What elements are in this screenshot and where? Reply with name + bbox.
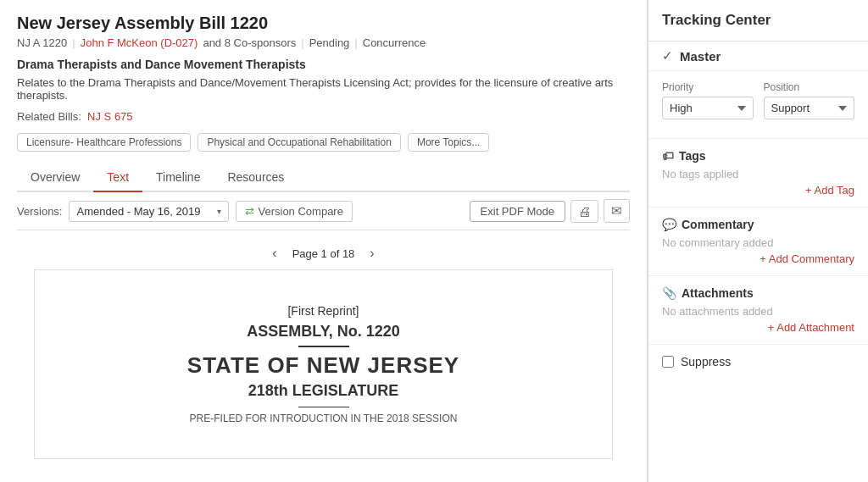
bill-id: NJ A 1220 — [17, 36, 67, 49]
position-select[interactable]: Support Oppose Watch Neutral — [764, 97, 855, 119]
next-page-button[interactable]: › — [364, 244, 379, 263]
related-bills: Related Bills: NJ S 675 — [17, 110, 630, 123]
tab-overview[interactable]: Overview — [17, 163, 93, 192]
doc-reprint: [First Reprint] — [86, 304, 561, 318]
suppress-checkbox[interactable] — [662, 356, 674, 368]
priority-field: Priority High Low Medium Critical — [662, 81, 754, 119]
add-tag-link[interactable]: + Add Tag — [662, 184, 854, 197]
priority-select[interactable]: High Low Medium Critical — [662, 97, 754, 119]
no-tags: No tags applied — [662, 168, 854, 180]
print-icon: 🖨 — [578, 204, 591, 219]
position-field: Position Support Oppose Watch Neutral — [764, 81, 855, 119]
tab-timeline[interactable]: Timeline — [142, 163, 214, 192]
toolbar: Versions: Amended - May 16, 2019 ▾ ⇄ Ver… — [17, 192, 630, 230]
co-sponsors: and 8 Co-sponsors — [203, 36, 296, 49]
bill-title: New Jersey Assembly Bill 1220 — [17, 14, 630, 33]
commentary-label: Commentary — [682, 218, 754, 231]
versions-label: Versions: — [17, 205, 62, 218]
toolbar-left: Versions: Amended - May 16, 2019 ▾ ⇄ Ver… — [17, 201, 353, 222]
no-attachments: No attachments added — [662, 305, 854, 318]
add-attachment-link[interactable]: + Add Attachment — [662, 321, 854, 334]
priority-label: Priority — [662, 81, 754, 93]
pagination: ‹ Page 1 of 18 › — [17, 237, 630, 269]
tags-heading: 🏷 Tags — [662, 149, 854, 163]
bill-concurrence: Concurrence — [363, 36, 426, 49]
master-check-icon: ✓ — [662, 48, 673, 64]
tag-badge-1[interactable]: Physical and Occupational Rehabilitation — [198, 133, 400, 152]
print-button[interactable]: 🖨 — [570, 200, 598, 223]
tag-badge-0[interactable]: Licensure- Healthcare Professions — [17, 133, 191, 152]
related-bill-link[interactable]: NJ S 675 — [87, 110, 132, 123]
suppress-row: Suppress — [648, 345, 868, 379]
related-bills-label: Related Bills: — [17, 110, 81, 123]
master-item[interactable]: ✓ Master — [648, 42, 868, 71]
bill-meta: NJ A 1220 | John F McKeon (D-027) and 8 … — [17, 36, 630, 49]
tabs: Overview Text Timeline Resources — [17, 163, 630, 192]
attachments-icon: 📎 — [662, 286, 676, 300]
version-select-wrapper[interactable]: Amended - May 16, 2019 ▾ — [69, 201, 229, 222]
suppress-label: Suppress — [681, 355, 731, 368]
toolbar-right: Exit PDF Mode 🖨 ✉ — [470, 199, 630, 223]
tags-section: 🏷 Tags No tags applied + Add Tag — [648, 139, 868, 208]
doc-assembly-no: ASSEMBLY, No. 1220 — [86, 323, 561, 341]
add-commentary-link[interactable]: + Add Commentary — [662, 252, 854, 265]
position-label: Position — [764, 81, 855, 93]
master-label: Master — [680, 49, 721, 64]
version-select[interactable]: Amended - May 16, 2019 — [76, 205, 214, 218]
commentary-heading: 💬 Commentary — [662, 218, 854, 231]
commentary-section: 💬 Commentary No commentary added + Add C… — [648, 208, 868, 276]
separator1: | — [72, 36, 75, 49]
separator2: | — [301, 36, 303, 49]
bill-status: Pending — [309, 36, 350, 49]
exit-pdf-button[interactable]: Exit PDF Mode — [470, 201, 565, 222]
sidebar-title: Tracking Center — [648, 0, 868, 42]
sponsor-link[interactable]: John F McKeon (D-027) — [81, 36, 198, 49]
chevron-down-icon: ▾ — [217, 207, 221, 216]
bill-subtitle: Drama Therapists and Dance Movement Ther… — [17, 58, 630, 71]
bill-tags-row: Licensure- Healthcare Professions Physic… — [17, 133, 630, 152]
priority-position-section: Priority High Low Medium Critical Positi… — [648, 71, 868, 139]
version-compare-button[interactable]: ⇄ Version Compare — [236, 201, 352, 222]
tag-badge-more[interactable]: More Topics... — [408, 133, 489, 152]
main-content: New Jersey Assembly Bill 1220 NJ A 1220 … — [0, 0, 648, 482]
mail-button[interactable]: ✉ — [604, 199, 630, 223]
tab-resources[interactable]: Resources — [214, 163, 298, 192]
field-row: Priority High Low Medium Critical Positi… — [662, 81, 854, 119]
tags-label: Tags — [679, 149, 706, 163]
separator3: | — [354, 36, 357, 49]
commentary-icon: 💬 — [662, 218, 676, 231]
doc-legislature: 218th LEGISLATURE — [86, 382, 561, 400]
bill-description: Relates to the Drama Therapists and Danc… — [17, 76, 630, 102]
prev-page-button[interactable]: ‹ — [267, 244, 281, 263]
no-commentary: No commentary added — [662, 236, 854, 249]
doc-divider-2 — [298, 407, 349, 407]
tab-text[interactable]: Text — [93, 163, 142, 192]
sidebar: Tracking Center ✓ Master Priority High L… — [648, 0, 868, 482]
page-indicator: Page 1 of 18 — [292, 247, 355, 260]
attachments-section: 📎 Attachments No attachments added + Add… — [648, 276, 868, 345]
mail-icon: ✉ — [611, 203, 622, 218]
version-compare-icon: ⇄ — [245, 205, 254, 218]
attachments-label: Attachments — [682, 286, 754, 300]
attachments-heading: 📎 Attachments — [662, 286, 854, 300]
doc-state: STATE OF NEW JERSEY — [86, 352, 561, 379]
document-area: [First Reprint] ASSEMBLY, No. 1220 STATE… — [34, 269, 613, 459]
tags-icon: 🏷 — [662, 149, 674, 163]
doc-prefiled: PRE-FILED FOR INTRODUCTION IN THE 2018 S… — [86, 413, 561, 424]
doc-divider-1 — [298, 346, 349, 347]
version-compare-label: Version Compare — [258, 205, 342, 218]
